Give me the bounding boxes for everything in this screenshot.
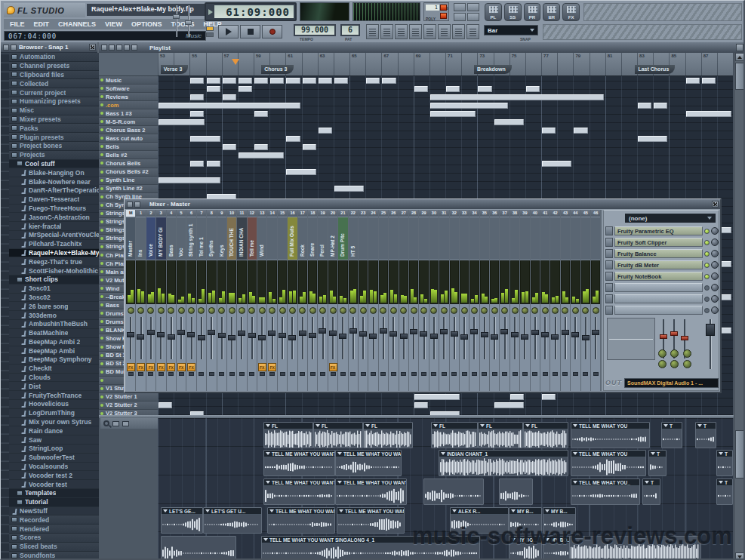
browser-item[interactable]: AmbushInTheBush (9, 320, 99, 329)
strip-number[interactable]: 5 (177, 210, 186, 217)
fx-slot-led-icon[interactable] (704, 274, 710, 279)
pattern-mute-dot[interactable] (100, 187, 103, 190)
audio-clip[interactable]: T (716, 478, 733, 505)
pattern-clip[interactable] (239, 78, 252, 84)
pattern-mute-dot[interactable] (100, 112, 103, 115)
mixer-titlebar[interactable]: Mixer - Master (125, 199, 720, 209)
browser-item[interactable]: Project bones (9, 142, 99, 151)
mixer-strip[interactable]: 40 (531, 210, 540, 391)
browser-item[interactable]: 303demo (9, 311, 99, 320)
audio-clip[interactable]: FL (431, 422, 478, 448)
mixer-strip[interactable]: 13WindFX (257, 210, 266, 391)
strip-fader-handle[interactable] (451, 331, 458, 337)
strip-select-led[interactable] (513, 372, 518, 376)
strip-number[interactable]: 46 (591, 210, 600, 217)
pattern-mute-dot[interactable] (100, 337, 103, 340)
strip-pan-knob[interactable] (259, 307, 266, 314)
strip-fx-button[interactable]: FX (146, 363, 155, 371)
browser-item[interactable]: Cool stuff (9, 160, 99, 169)
strip-pan-knob[interactable] (279, 307, 286, 314)
strip-number[interactable]: 39 (520, 210, 529, 217)
browser-item[interactable]: BeepMap Ambi 2 (9, 338, 99, 347)
pattern-clip[interactable] (686, 111, 732, 117)
strip-number[interactable]: 16 (288, 210, 297, 217)
browser-item[interactable]: ScottFisher-Moholithic I (9, 266, 99, 275)
pattern-clip[interactable] (494, 119, 524, 125)
fx-slot-grip-icon[interactable] (605, 294, 613, 303)
strip-fader-handle[interactable] (470, 329, 478, 334)
menu-item-channels[interactable]: CHANNELS (54, 20, 100, 29)
strip-pan-knob[interactable] (582, 307, 589, 314)
browser-item[interactable]: Short clips (9, 275, 99, 285)
strip-pan-knob[interactable] (441, 307, 448, 314)
output-device-selector[interactable]: SoundMAX Digital Audio 1 - ... (624, 378, 719, 388)
strip-number[interactable]: 45 (581, 210, 590, 217)
browser-snap-icon[interactable] (11, 45, 17, 51)
pattern-mute-dot[interactable] (100, 371, 103, 374)
fx-slot[interactable] (605, 294, 719, 304)
audio-clip[interactable]: TELL ME WHAT YOU WAN... (337, 507, 405, 534)
playlist-delete-icon[interactable] (124, 45, 130, 51)
browser-item[interactable]: Rain dance (9, 426, 99, 435)
mixer-strip[interactable]: 33 (460, 210, 469, 391)
pattern-mute-dot[interactable] (100, 320, 103, 323)
strip-select-led[interactable] (229, 372, 235, 376)
scrollbar-thumb-2[interactable] (735, 430, 744, 478)
fx-slot-led-icon[interactable] (704, 229, 710, 234)
strip-fader-handle[interactable] (440, 329, 448, 334)
pattern-mute-dot[interactable] (100, 262, 103, 265)
strip-select-led[interactable] (148, 372, 153, 376)
strip-number[interactable]: 20 (328, 210, 337, 217)
strip-fader-handle[interactable] (177, 330, 185, 335)
toggle-wait-input-icon[interactable] (423, 24, 436, 39)
pattern-row[interactable]: Reviews (99, 93, 158, 101)
playhead-icon[interactable] (232, 59, 239, 65)
audio-clip[interactable]: TELL ME WHAT YOU (571, 422, 650, 448)
pattern-clip[interactable] (254, 111, 268, 117)
strip-number[interactable]: 21 (338, 210, 347, 217)
pattern-clip[interactable] (286, 136, 300, 142)
toggle-loop-record-icon[interactable] (452, 24, 465, 39)
fx-slot-mix-knob[interactable] (711, 272, 719, 280)
strip-number[interactable]: 17 (298, 210, 307, 217)
strip-number[interactable]: 22 (349, 210, 358, 217)
browser-item[interactable]: CheckIt (9, 365, 99, 374)
mixer-close-button[interactable] (712, 201, 719, 208)
menu-item-file[interactable]: FILE (6, 20, 29, 29)
browser-item[interactable]: Current project (9, 88, 99, 97)
pattern-clip[interactable] (319, 128, 332, 134)
mixer-strip[interactable]: 31 (439, 210, 448, 391)
strip-pan-knob[interactable] (188, 307, 195, 314)
strip-pan-knob[interactable] (400, 307, 407, 314)
strip-fader[interactable] (419, 315, 428, 361)
strip-select-led[interactable] (361, 372, 366, 376)
pattern-mute-dot[interactable] (100, 162, 103, 165)
stop-button[interactable] (240, 25, 260, 38)
pattern-clip[interactable] (303, 144, 316, 150)
strip-fx-button[interactable]: FX (157, 363, 165, 371)
strip-fader[interactable] (439, 315, 448, 361)
mixer-strip[interactable]: 36 (490, 210, 499, 391)
mixer-strip[interactable]: 12Tell me (248, 210, 257, 391)
strip-select-led[interactable] (442, 372, 447, 376)
audio-clip[interactable]: FL (523, 422, 568, 448)
mixer-strip[interactable]: 20MP-Hat 2FX (328, 210, 337, 391)
strip-fader[interactable] (227, 315, 236, 361)
strip-fader-handle[interactable] (380, 328, 387, 334)
strip-number[interactable]: 31 (439, 210, 448, 217)
mixer-menu-icon[interactable] (127, 202, 133, 208)
strip-fader-handle[interactable] (410, 329, 417, 334)
strip-fader-handle[interactable] (369, 334, 377, 339)
strip-pan-knob[interactable] (461, 307, 468, 314)
strip-fx-button[interactable]: FX (127, 363, 135, 371)
pattern-clip[interactable] (414, 402, 428, 408)
strip-select-led[interactable] (260, 372, 265, 376)
audio-clip[interactable] (499, 478, 533, 505)
fx-slot[interactable] (605, 305, 719, 315)
audio-clip[interactable]: TELL ME WHAT YOU_ (571, 478, 640, 505)
strip-fader-handle[interactable] (420, 331, 427, 337)
strip-number[interactable]: 14 (267, 210, 276, 217)
mixer-strip[interactable]: 46 (591, 210, 600, 391)
pattern-mute-dot[interactable] (100, 270, 103, 273)
pattern-clip[interactable] (254, 144, 268, 150)
